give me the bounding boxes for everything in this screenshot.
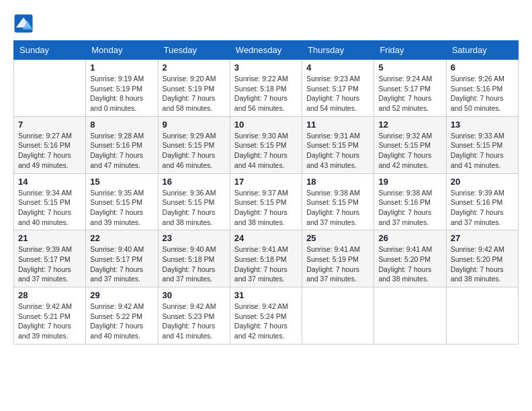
day-number: 8 bbox=[90, 120, 153, 130]
day-number: 21 bbox=[18, 233, 81, 243]
calendar-cell: 6Sunrise: 9:26 AMSunset: 5:16 PMDaylight… bbox=[446, 60, 518, 117]
day-info: Sunrise: 9:30 AMSunset: 5:15 PMDaylight:… bbox=[234, 131, 298, 171]
day-number: 4 bbox=[306, 62, 369, 73]
calendar-cell: 2Sunrise: 9:20 AMSunset: 5:19 PMDaylight… bbox=[158, 60, 230, 117]
calendar-cell: 25Sunrise: 9:41 AMSunset: 5:19 PMDayligh… bbox=[302, 230, 374, 287]
day-info: Sunrise: 9:36 AMSunset: 5:15 PMDaylight:… bbox=[163, 188, 226, 228]
day-number: 13 bbox=[451, 120, 514, 130]
calendar-cell: 31Sunrise: 9:42 AMSunset: 5:24 PMDayligh… bbox=[230, 287, 302, 345]
day-info: Sunrise: 9:28 AMSunset: 5:16 PMDaylight:… bbox=[90, 131, 153, 171]
calendar-table: SundayMondayTuesdayWednesdayThursdayFrid… bbox=[13, 40, 519, 345]
day-info: Sunrise: 9:42 AMSunset: 5:20 PMDaylight:… bbox=[451, 244, 514, 284]
day-number: 10 bbox=[234, 120, 298, 130]
day-info: Sunrise: 9:42 AMSunset: 5:23 PMDaylight:… bbox=[163, 302, 226, 341]
calendar-cell bbox=[302, 287, 374, 345]
calendar-header-monday: Monday bbox=[86, 41, 158, 60]
day-info: Sunrise: 9:39 AMSunset: 5:17 PMDaylight:… bbox=[18, 244, 81, 284]
calendar-cell: 27Sunrise: 9:42 AMSunset: 5:20 PMDayligh… bbox=[446, 230, 518, 287]
calendar-week-row: 1Sunrise: 9:19 AMSunset: 5:19 PMDaylight… bbox=[14, 60, 519, 117]
day-number: 12 bbox=[378, 120, 441, 130]
day-number: 9 bbox=[163, 120, 226, 130]
calendar-cell: 8Sunrise: 9:28 AMSunset: 5:16 PMDaylight… bbox=[86, 116, 158, 173]
day-number: 26 bbox=[378, 233, 441, 243]
day-info: Sunrise: 9:26 AMSunset: 5:16 PMDaylight:… bbox=[451, 74, 514, 113]
calendar-cell: 29Sunrise: 9:42 AMSunset: 5:22 PMDayligh… bbox=[86, 287, 158, 345]
calendar-cell: 10Sunrise: 9:30 AMSunset: 5:15 PMDayligh… bbox=[230, 116, 302, 173]
calendar-cell: 15Sunrise: 9:35 AMSunset: 5:15 PMDayligh… bbox=[86, 173, 158, 230]
calendar-header-wednesday: Wednesday bbox=[230, 41, 302, 60]
day-number: 7 bbox=[18, 120, 81, 130]
page-header bbox=[13, 13, 519, 34]
calendar-cell: 13Sunrise: 9:33 AMSunset: 5:15 PMDayligh… bbox=[446, 116, 518, 173]
day-number: 24 bbox=[234, 233, 298, 243]
calendar-cell: 16Sunrise: 9:36 AMSunset: 5:15 PMDayligh… bbox=[158, 173, 230, 230]
calendar-cell: 28Sunrise: 9:42 AMSunset: 5:21 PMDayligh… bbox=[14, 287, 86, 345]
day-info: Sunrise: 9:32 AMSunset: 5:15 PMDaylight:… bbox=[378, 131, 441, 171]
calendar-cell: 26Sunrise: 9:41 AMSunset: 5:20 PMDayligh… bbox=[374, 230, 446, 287]
calendar-cell: 19Sunrise: 9:38 AMSunset: 5:16 PMDayligh… bbox=[374, 173, 446, 230]
calendar-cell bbox=[374, 287, 446, 345]
calendar-header-friday: Friday bbox=[374, 41, 446, 60]
day-number: 2 bbox=[163, 62, 226, 73]
calendar-cell: 23Sunrise: 9:40 AMSunset: 5:18 PMDayligh… bbox=[158, 230, 230, 287]
calendar-week-row: 21Sunrise: 9:39 AMSunset: 5:17 PMDayligh… bbox=[14, 230, 519, 287]
logo bbox=[13, 13, 36, 34]
day-info: Sunrise: 9:31 AMSunset: 5:15 PMDaylight:… bbox=[306, 131, 369, 171]
day-info: Sunrise: 9:35 AMSunset: 5:15 PMDaylight:… bbox=[90, 188, 153, 228]
day-number: 3 bbox=[234, 62, 298, 73]
calendar-header-tuesday: Tuesday bbox=[158, 41, 230, 60]
day-number: 14 bbox=[18, 177, 81, 187]
day-info: Sunrise: 9:22 AMSunset: 5:18 PMDaylight:… bbox=[234, 74, 298, 113]
day-number: 29 bbox=[90, 290, 153, 300]
day-number: 20 bbox=[451, 177, 514, 187]
calendar-cell: 7Sunrise: 9:27 AMSunset: 5:16 PMDaylight… bbox=[14, 116, 86, 173]
day-number: 18 bbox=[306, 177, 369, 187]
day-info: Sunrise: 9:23 AMSunset: 5:17 PMDaylight:… bbox=[306, 74, 369, 113]
day-info: Sunrise: 9:38 AMSunset: 5:16 PMDaylight:… bbox=[378, 188, 441, 228]
day-number: 23 bbox=[163, 233, 226, 243]
day-number: 31 bbox=[234, 290, 298, 300]
day-info: Sunrise: 9:19 AMSunset: 5:19 PMDaylight:… bbox=[90, 74, 153, 113]
day-info: Sunrise: 9:38 AMSunset: 5:15 PMDaylight:… bbox=[306, 188, 369, 228]
calendar-cell: 1Sunrise: 9:19 AMSunset: 5:19 PMDaylight… bbox=[86, 60, 158, 117]
day-number: 1 bbox=[90, 62, 153, 73]
calendar-body: 1Sunrise: 9:19 AMSunset: 5:19 PMDaylight… bbox=[14, 60, 519, 345]
day-info: Sunrise: 9:40 AMSunset: 5:17 PMDaylight:… bbox=[90, 244, 153, 284]
calendar-header-thursday: Thursday bbox=[302, 41, 374, 60]
calendar-cell bbox=[14, 60, 86, 117]
calendar-cell: 11Sunrise: 9:31 AMSunset: 5:15 PMDayligh… bbox=[302, 116, 374, 173]
calendar-cell: 12Sunrise: 9:32 AMSunset: 5:15 PMDayligh… bbox=[374, 116, 446, 173]
calendar-week-row: 14Sunrise: 9:34 AMSunset: 5:15 PMDayligh… bbox=[14, 173, 519, 230]
day-info: Sunrise: 9:27 AMSunset: 5:16 PMDaylight:… bbox=[18, 131, 81, 171]
day-info: Sunrise: 9:34 AMSunset: 5:15 PMDaylight:… bbox=[18, 188, 81, 228]
day-info: Sunrise: 9:41 AMSunset: 5:19 PMDaylight:… bbox=[306, 244, 369, 284]
calendar-week-row: 7Sunrise: 9:27 AMSunset: 5:16 PMDaylight… bbox=[14, 116, 519, 173]
calendar-header-row: SundayMondayTuesdayWednesdayThursdayFrid… bbox=[14, 41, 519, 60]
calendar-cell: 21Sunrise: 9:39 AMSunset: 5:17 PMDayligh… bbox=[14, 230, 86, 287]
day-info: Sunrise: 9:41 AMSunset: 5:20 PMDaylight:… bbox=[378, 244, 441, 284]
calendar-cell: 18Sunrise: 9:38 AMSunset: 5:15 PMDayligh… bbox=[302, 173, 374, 230]
day-info: Sunrise: 9:29 AMSunset: 5:15 PMDaylight:… bbox=[163, 131, 226, 171]
calendar-week-row: 28Sunrise: 9:42 AMSunset: 5:21 PMDayligh… bbox=[14, 287, 519, 345]
day-info: Sunrise: 9:24 AMSunset: 5:17 PMDaylight:… bbox=[378, 74, 441, 113]
calendar-cell: 17Sunrise: 9:37 AMSunset: 5:15 PMDayligh… bbox=[230, 173, 302, 230]
day-info: Sunrise: 9:42 AMSunset: 5:22 PMDaylight:… bbox=[90, 302, 153, 341]
calendar-cell: 20Sunrise: 9:39 AMSunset: 5:16 PMDayligh… bbox=[446, 173, 518, 230]
day-info: Sunrise: 9:37 AMSunset: 5:15 PMDaylight:… bbox=[234, 188, 298, 228]
calendar-cell: 22Sunrise: 9:40 AMSunset: 5:17 PMDayligh… bbox=[86, 230, 158, 287]
day-number: 27 bbox=[451, 233, 514, 243]
calendar-cell: 14Sunrise: 9:34 AMSunset: 5:15 PMDayligh… bbox=[14, 173, 86, 230]
day-number: 19 bbox=[378, 177, 441, 187]
day-number: 30 bbox=[163, 290, 226, 300]
day-info: Sunrise: 9:41 AMSunset: 5:18 PMDaylight:… bbox=[234, 244, 298, 284]
calendar-cell: 9Sunrise: 9:29 AMSunset: 5:15 PMDaylight… bbox=[158, 116, 230, 173]
calendar-cell: 3Sunrise: 9:22 AMSunset: 5:18 PMDaylight… bbox=[230, 60, 302, 117]
day-info: Sunrise: 9:42 AMSunset: 5:21 PMDaylight:… bbox=[18, 302, 81, 341]
day-number: 17 bbox=[234, 177, 298, 187]
day-info: Sunrise: 9:39 AMSunset: 5:16 PMDaylight:… bbox=[451, 188, 514, 228]
day-number: 6 bbox=[451, 62, 514, 73]
day-info: Sunrise: 9:20 AMSunset: 5:19 PMDaylight:… bbox=[163, 74, 226, 113]
day-number: 11 bbox=[306, 120, 369, 130]
calendar-cell: 4Sunrise: 9:23 AMSunset: 5:17 PMDaylight… bbox=[302, 60, 374, 117]
calendar-cell: 5Sunrise: 9:24 AMSunset: 5:17 PMDaylight… bbox=[374, 60, 446, 117]
